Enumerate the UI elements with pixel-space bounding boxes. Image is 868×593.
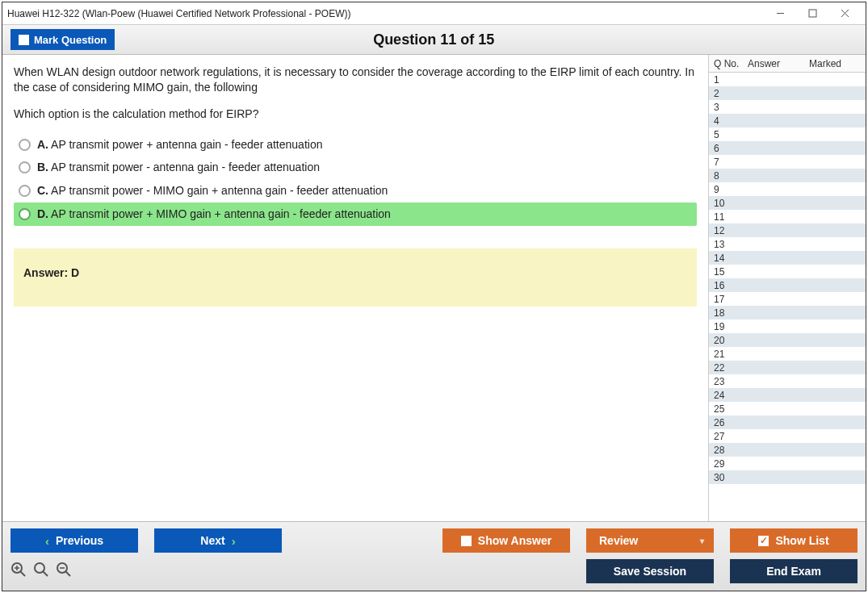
footer-row-1: ‹ Previous Next › Show Answer Review ▾ S… [10, 528, 858, 553]
chevron-left-icon: ‹ [45, 534, 49, 548]
next-label: Next [200, 534, 224, 547]
question-list-row[interactable]: 8 [709, 169, 866, 182]
col-qno: Q No. [709, 58, 743, 69]
question-pane: When WLAN design outdoor network regulat… [2, 55, 708, 521]
question-list-row[interactable]: 17 [709, 292, 866, 306]
option-a-label: A. AP transmit power + antenna gain - fe… [37, 138, 322, 152]
radio-icon [19, 139, 31, 151]
radio-icon [19, 208, 31, 220]
review-button[interactable]: Review ▾ [586, 528, 714, 553]
radio-icon [19, 161, 31, 173]
question-list-row[interactable]: 14 [709, 251, 866, 265]
next-button[interactable]: Next › [154, 528, 282, 553]
question-list-row[interactable]: 5 [709, 127, 866, 141]
svg-line-11 [66, 571, 71, 576]
question-list-row[interactable]: 18 [709, 306, 866, 319]
option-b-label: B. AP transmit power - antenna gain - fe… [37, 161, 320, 174]
zoom-controls [10, 562, 72, 582]
question-paragraph-2: Which option is the calculation method f… [14, 106, 697, 122]
question-list-row[interactable]: 19 [709, 319, 866, 333]
option-d-label: D. AP transmit power + MIMO gain + anten… [37, 207, 391, 221]
question-list-row[interactable]: 10 [709, 196, 866, 210]
window-title: Huawei H12-322 (Wlan-Poew (Huawei Certif… [7, 8, 764, 19]
save-session-button[interactable]: Save Session [586, 559, 714, 583]
end-exam-button[interactable]: End Exam [730, 559, 858, 583]
mark-question-label: Mark Question [34, 34, 107, 46]
app-window: Huawei H12-322 (Wlan-Poew (Huawei Certif… [2, 2, 866, 591]
option-a[interactable]: A. AP transmit power + antenna gain - fe… [14, 133, 697, 157]
option-c[interactable]: C. AP transmit power - MIMO gain + anten… [14, 179, 697, 203]
question-list-row[interactable]: 3 [709, 100, 866, 114]
header-strip: Mark Question Question 11 of 15 [2, 25, 866, 55]
question-list-row[interactable]: 11 [709, 210, 866, 223]
options-list: A. AP transmit power + antenna gain - fe… [14, 133, 697, 226]
save-session-label: Save Session [614, 565, 686, 578]
question-list-row[interactable]: 21 [709, 347, 866, 361]
question-list-row[interactable]: 20 [709, 333, 866, 347]
review-label: Review [599, 534, 638, 547]
radio-icon [19, 185, 31, 197]
question-list-row[interactable]: 30 [709, 470, 866, 484]
question-list-row[interactable]: 27 [709, 429, 866, 443]
answer-box: Answer: D [14, 248, 697, 307]
question-list-pane: Q No. Answer Marked 12345678910111213141… [708, 55, 866, 521]
mark-question-button[interactable]: Mark Question [10, 29, 115, 50]
question-list-header: Q No. Answer Marked [709, 55, 866, 73]
previous-button[interactable]: ‹ Previous [10, 528, 138, 553]
question-list-row[interactable]: 25 [709, 402, 866, 416]
chevron-down-icon: ▾ [700, 537, 704, 545]
question-list-row[interactable]: 26 [709, 416, 866, 429]
question-list-row[interactable]: 1 [709, 73, 866, 86]
zoom-reset-icon[interactable] [33, 562, 49, 582]
svg-point-8 [35, 563, 44, 573]
question-list-row[interactable]: 29 [709, 457, 866, 470]
col-answer: Answer [743, 58, 804, 69]
body-area: When WLAN design outdoor network regulat… [2, 55, 866, 521]
checkbox-icon [19, 35, 29, 45]
question-list-row[interactable]: 9 [709, 182, 866, 196]
end-exam-label: End Exam [766, 565, 821, 578]
zoom-out-icon[interactable] [56, 562, 72, 582]
question-counter: Question 11 of 15 [115, 31, 753, 48]
show-list-label: Show List [775, 534, 828, 547]
svg-rect-1 [809, 10, 816, 17]
svg-line-9 [44, 571, 48, 576]
question-list-row[interactable]: 22 [709, 361, 866, 374]
previous-label: Previous [56, 534, 103, 547]
chevron-right-icon: › [232, 534, 236, 548]
question-list-row[interactable]: 23 [709, 374, 866, 388]
question-list-row[interactable]: 7 [709, 155, 866, 169]
show-list-button[interactable]: Show List [730, 528, 858, 553]
show-answer-button[interactable]: Show Answer [442, 528, 570, 553]
question-list-row[interactable]: 15 [709, 265, 866, 278]
question-list-row[interactable]: 24 [709, 388, 866, 402]
question-list-row[interactable]: 12 [709, 223, 866, 237]
col-marked: Marked [804, 58, 866, 69]
checkbox-icon [461, 536, 472, 546]
question-list-rows[interactable]: 1234567891011121314151617181920212223242… [709, 73, 866, 521]
option-c-label: C. AP transmit power - MIMO gain + anten… [37, 184, 388, 198]
maximize-button[interactable] [796, 3, 828, 24]
question-list-row[interactable]: 16 [709, 278, 866, 292]
question-list-row[interactable]: 13 [709, 237, 866, 251]
question-list-row[interactable]: 4 [709, 114, 866, 127]
question-list-row[interactable]: 6 [709, 141, 866, 155]
question-list-row[interactable]: 2 [709, 86, 866, 100]
titlebar: Huawei H12-322 (Wlan-Poew (Huawei Certif… [2, 2, 866, 25]
option-b[interactable]: B. AP transmit power - antenna gain - fe… [14, 156, 697, 179]
zoom-in-icon[interactable] [10, 562, 27, 582]
minimize-button[interactable] [764, 3, 796, 24]
show-answer-label: Show Answer [478, 534, 551, 547]
svg-line-5 [21, 571, 26, 576]
footer-strip: ‹ Previous Next › Show Answer Review ▾ S… [2, 521, 866, 591]
checkbox-checked-icon [758, 536, 769, 546]
close-button[interactable] [828, 3, 861, 24]
option-d[interactable]: D. AP transmit power + MIMO gain + anten… [14, 203, 697, 226]
question-list-row[interactable]: 28 [709, 443, 866, 457]
footer-row-2: Save Session End Exam [10, 559, 858, 583]
question-paragraph-1: When WLAN design outdoor network regulat… [14, 65, 697, 95]
